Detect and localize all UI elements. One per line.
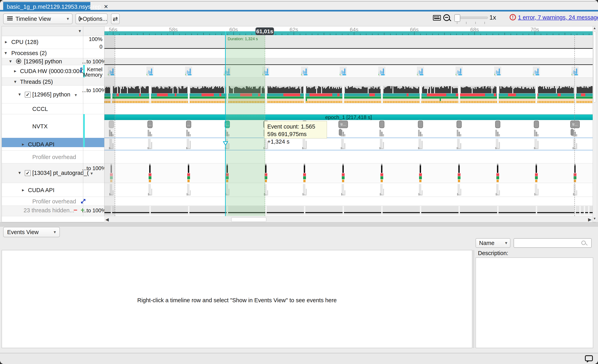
chevron-down-icon[interactable]: ▾ (91, 171, 93, 176)
collapse-icon[interactable]: ▾ (9, 59, 12, 64)
scroll-down-icon[interactable]: ▼ (593, 217, 596, 220)
sidebar-item-profiler-overhead[interactable]: Profiler overhead (32, 154, 76, 160)
tooltip-line-1: Event count: 1.565 (267, 123, 324, 130)
zoom-out-icon[interactable] (443, 14, 450, 21)
selection-overlay: Duration: 1,324 s (104, 26, 593, 216)
tab-bar: basic_1g_p.mel2129.12953.nsys-rep ✕ (0, 0, 598, 11)
collapse-icon[interactable]: ▾ (14, 79, 17, 84)
horizontal-scrollbar[interactable]: ◀ ▶ (104, 217, 593, 222)
tab-underline (0, 10, 598, 11)
ruler-cursor-badge[interactable]: 61,01s (255, 27, 274, 35)
chevron-down-icon: ▾ (54, 229, 56, 235)
events-view-label: Events View (7, 229, 39, 235)
sidebar-item-thread-autograd[interactable]: [13034] pt_autograd_( (32, 170, 89, 176)
search-box[interactable] (514, 238, 592, 248)
thread-visibility-checkbox[interactable]: ✓ (25, 170, 31, 176)
sidebar-item-nvtx[interactable]: NVTX (32, 123, 48, 130)
memory-label: Memory (83, 72, 102, 78)
filter-field-dropdown[interactable]: Name ▾ (475, 238, 510, 248)
expand-icon[interactable]: ▸ (22, 187, 24, 193)
zoom-slider-thumb[interactable] (454, 14, 460, 22)
status-bar (0, 353, 598, 364)
expand-icon[interactable]: ▸ (14, 68, 17, 74)
collapse-icon[interactable]: ▾ (18, 170, 21, 176)
slider-tick-marks (457, 22, 457, 24)
sidebar-item-threads[interactable]: Threads (25) (20, 79, 53, 85)
keyboard-shortcuts-icon[interactable] (433, 15, 441, 21)
sidebar-item-cuda-hw[interactable]: CUDA HW (0000:03:00.0 (20, 68, 84, 74)
window-top-divider (0, 1, 598, 2)
view-selector-dropdown[interactable]: Timeline View ▾ (3, 14, 73, 24)
timeline-canvas[interactable]: 56s58s60s62s64s66s68s70sepoch_1 [217,418… (104, 26, 593, 216)
sidebar-item-process-python[interactable]: [12965] python (24, 58, 62, 65)
options-label: Options... (83, 16, 107, 22)
scroll-left-icon[interactable]: ◀ (105, 217, 109, 222)
search-icon (581, 241, 586, 245)
events-splitter[interactable] (473, 250, 474, 348)
vertical-scrollbar[interactable]: ▲ ▼ (593, 26, 596, 222)
description-label: Description: (478, 250, 508, 257)
tab-close-icon[interactable]: ✕ (104, 4, 108, 10)
scale-min: 0 (83, 44, 102, 50)
collapse-icon[interactable]: ▾ (18, 92, 21, 97)
selection-duration-label: Duration: 1,324 s (228, 37, 258, 41)
nsight-systems-window: basic_1g_p.mel2129.12953.nsys-rep ✕ Time… (0, 0, 598, 364)
zoom-level-label: 1x (490, 14, 496, 21)
view-selector-label: Timeline View (16, 16, 51, 22)
expand-icon[interactable]: ▸ (22, 142, 24, 147)
sidebar-item-cpu[interactable]: CPU (128) (11, 39, 38, 45)
remove-thread-icon[interactable]: − (74, 206, 77, 214)
target-icon (79, 16, 81, 21)
tree-header-dropdown-icon[interactable]: ▾ (79, 28, 81, 34)
expand-icon[interactable]: ▸ (5, 39, 7, 45)
sidebar-item-profiler-overhead-2[interactable]: Profiler overhead (32, 198, 76, 205)
timeline-panel: ▾ ▸ CPU (128) ▾ Processes (2) ▾ [12965] … (2, 26, 596, 222)
scale-label: ...to 100% (82, 87, 103, 93)
feedback-bubble-icon[interactable] (584, 355, 593, 363)
events-table-area[interactable]: Right-click a timeline row and select "S… (2, 250, 472, 348)
search-input[interactable] (516, 239, 582, 247)
pane-splitter[interactable] (0, 222, 598, 226)
scale-label: ...to 100% (82, 165, 103, 171)
swap-icon: ⇄ (113, 15, 118, 23)
events-empty-hint: Right-click a timeline row and select "S… (2, 297, 472, 304)
options-button[interactable]: Options... (75, 14, 108, 24)
tooltip-line-2: 59s 691,975ms +1,324 s (267, 130, 324, 145)
goto-kernel-icon[interactable] (79, 67, 83, 74)
chevron-down-icon[interactable]: ▾ (75, 92, 77, 98)
scrollbar-thumb[interactable] (593, 32, 596, 102)
scrollbar-thumb[interactable] (231, 217, 266, 222)
radio-selected[interactable] (16, 59, 21, 64)
tree-header: ▾ (2, 26, 104, 36)
chevron-down-icon: ▾ (505, 240, 507, 246)
scale-label: ...to 100% (82, 59, 103, 65)
chevron-down-icon: ▾ (67, 16, 69, 21)
search-icon-handle (586, 243, 588, 246)
sidebar-item-cccl[interactable]: CCCL (32, 106, 48, 112)
error-icon: ! (510, 14, 516, 20)
thread-visibility-checkbox[interactable]: ✓ (25, 92, 31, 98)
expand-row-icon[interactable] (80, 198, 86, 204)
description-panel[interactable] (475, 258, 593, 348)
diagnostics-link[interactable]: 1 error, 7 warnings, 24 messages (518, 14, 598, 21)
collapse-icon[interactable]: ▾ (5, 50, 7, 56)
scale-label: ...to 100% (82, 208, 103, 214)
selection-handle-icon[interactable] (223, 141, 228, 146)
tab-title: basic_1g_p.mel2129.12953.nsys-rep (7, 4, 101, 10)
swap-rows-button[interactable]: ⇄ (111, 14, 120, 24)
scroll-up-icon[interactable]: ▲ (593, 26, 596, 30)
filter-field-label: Name (479, 240, 494, 246)
sidebar-item-thread-python[interactable]: [12965] python (32, 91, 70, 98)
accent-bar (83, 114, 85, 147)
event-count-tooltip: Event count: 1.56559s 691,975ms +1,324 s (264, 121, 327, 138)
row-bg (2, 77, 104, 85)
sidebar-item-cuda-api[interactable]: CUDA API (28, 141, 55, 148)
sidebar-item-cuda-api-2[interactable]: CUDA API (28, 187, 55, 194)
scale-max: 100% (83, 36, 102, 42)
sidebar-item-processes[interactable]: Processes (2) (11, 50, 47, 57)
events-view-dropdown[interactable]: Events View ▾ (3, 227, 60, 237)
scroll-right-icon[interactable]: ▶ (588, 217, 591, 222)
sidebar-item-hidden-threads[interactable]: 23 threads hidden... (24, 207, 74, 214)
